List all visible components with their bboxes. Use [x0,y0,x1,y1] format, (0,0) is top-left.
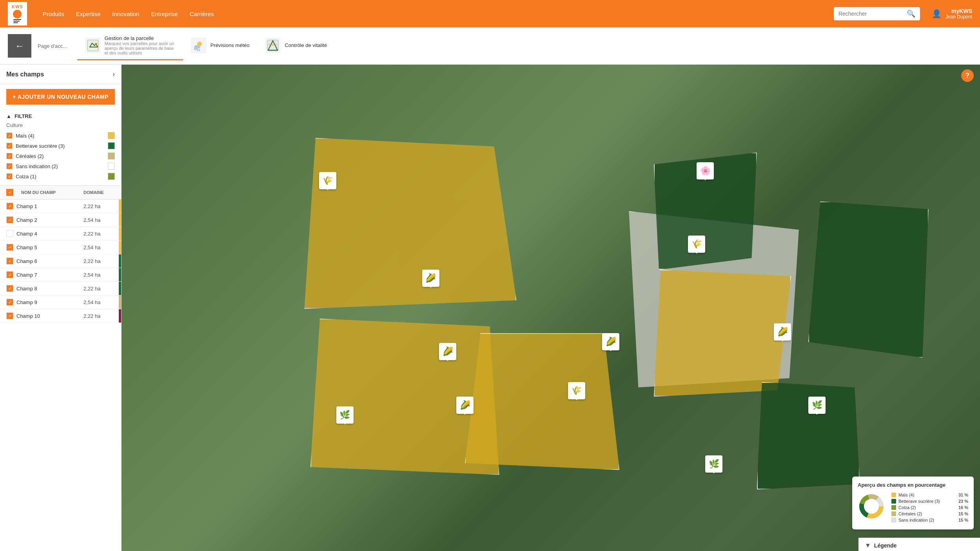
marker-10[interactable]: 🌽 [774,323,791,341]
marker-2[interactable]: 🌽 [422,270,439,287]
field-row-5[interactable]: ✓Champ 62,22 ha [0,254,121,268]
logo-line-1 [13,19,21,20]
marker-7[interactable]: 🌽 [602,333,619,350]
chevron-right-icon[interactable]: › [113,70,115,78]
field-domain-5: 2,22 ha [83,258,115,264]
tool-gestion-icon [85,38,101,53]
logo-text: KWS [12,4,23,9]
field-row-3[interactable]: Champ 42,22 ha [0,227,121,241]
legend-colza: Colza (2) 16 % [891,505,968,510]
field-check-5[interactable]: ✓ [6,257,13,265]
legend-cereales: Céréales (2) 15 % [891,511,968,516]
field-bar-9 [119,309,121,323]
filter-colza-checkbox[interactable]: ✓ [6,173,13,179]
filter-betterave-color [108,142,115,149]
nav-entreprise[interactable]: Entreprise [151,11,178,17]
field-name-1: Champ 1 [16,203,80,209]
marker-9[interactable]: 🌸 [697,162,714,179]
field-row-2[interactable]: ✓Champ 22,54 ha [0,213,121,227]
filter-sans[interactable]: ✓ Sans indication (2) [6,161,115,171]
field-check-6[interactable]: ✓ [6,271,13,278]
tool-gestion-label: Gestion de la parcelle [105,35,175,41]
map-area[interactable]: ? 🌾 🌽 🌽 🌽 🌿 🌾 🌽 🌾 🌸 🌽 🌿 🌿 Aperçu des cha… [122,65,980,551]
legend-mais: Maïs (4) 31 % [891,493,968,497]
filter-cereales-checkbox[interactable]: ✓ [6,153,13,159]
satellite-map: ? 🌾 🌽 🌽 🌽 🌿 🌾 🌽 🌾 🌸 🌽 🌿 🌿 Aperçu des cha… [122,65,980,551]
filter-cereales-color [108,152,115,160]
legend-sans: Sans indication (2) 15 % [891,518,968,522]
filter-mais-color [108,132,115,139]
marker-12[interactable]: 🌿 [705,455,722,473]
filter-sans-color [108,163,115,170]
legend-mais-color [891,493,896,497]
tool-vitalite[interactable]: Contrôle de vitalité [257,34,335,58]
header: KWS Produits Expertise Innovation Entrep… [0,0,980,27]
field-row-7[interactable]: ✓Champ 82,22 ha [0,282,121,295]
nav-menu: Produits Expertise Innovation Entreprise… [43,11,834,17]
svg-rect-9 [269,44,277,45]
legend-betterave-pct: 23 % [958,499,968,504]
field-check-1[interactable]: ✓ [6,203,13,210]
filter-mais[interactable]: ✓ Maïs (4) [6,130,115,141]
filter-cereales[interactable]: ✓ Céréales (2) [6,151,115,161]
field-check-4[interactable]: ✓ [6,244,13,251]
field-check-8[interactable]: ✓ [6,299,13,306]
search-bar[interactable]: 🔍 [834,7,920,20]
field-check-7[interactable]: ✓ [6,285,13,292]
marker-11[interactable]: 🌿 [808,397,826,414]
help-button[interactable]: ? [961,69,974,82]
field-row-6[interactable]: ✓Champ 72,54 ha [0,268,121,282]
user-info: myKWS Jean Dupont [946,8,972,20]
field-bar-2 [119,213,121,227]
legend-cereales-pct: 15 % [958,511,968,516]
main-container: Mes champs › + AJOUTER UN NOUVEAU CHAMP … [0,65,980,551]
nav-innovation[interactable]: Innovation [112,11,139,17]
marker-5[interactable]: 🌿 [336,406,354,424]
legend-cereales-color [891,511,896,516]
filter-sans-checkbox[interactable]: ✓ [6,163,13,169]
field-bar-4 [119,241,121,254]
filter-betterave-checkbox[interactable]: ✓ [6,143,13,149]
field-check-9[interactable]: ✓ [6,312,13,319]
field-polygon-yellow4 [654,270,791,397]
filter-mais-checkbox[interactable]: ✓ [6,132,13,139]
nav-carrieres[interactable]: Carrières [190,11,214,17]
field-domain-4: 2,54 ha [83,245,115,250]
field-row-9[interactable]: ✓Champ 102,22 ha [0,309,121,323]
field-check-2[interactable]: ✓ [6,216,13,223]
marker-4[interactable]: 🌽 [456,397,474,414]
field-row-4[interactable]: ✓Champ 52,54 ha [0,241,121,254]
back-button[interactable]: ← [8,34,31,58]
field-bar-7 [119,282,121,295]
select-all-checkbox[interactable]: ✓ [6,189,13,196]
field-domain-8: 2,54 ha [83,299,115,305]
tool-gestion[interactable]: Gestion de la parcelle Marquez vos parce… [77,31,183,60]
marker-8[interactable]: 🌾 [568,382,585,399]
field-check-3[interactable] [6,230,13,237]
filter-betterave[interactable]: ✓ Betterave sucrière (3) [6,141,115,151]
nav-produits[interactable]: Produits [43,11,64,17]
field-bar-5 [119,254,121,268]
legend-mais-pct: 31 % [958,493,968,497]
filter-mais-label: Maïs (4) [16,133,34,139]
field-polygon-darkgreen2 [808,201,929,358]
marker-6[interactable]: 🌾 [688,236,705,253]
nav-expertise[interactable]: Expertise [76,11,101,17]
page-acc-label: Page d'acc... [31,43,73,49]
marker-1[interactable]: 🌾 [319,172,336,189]
tool-vitalite-icon [265,38,281,53]
tool-meteo[interactable]: Prévisions météo [183,34,258,58]
filter-colza[interactable]: ✓ Colza (1) [6,171,115,181]
svg-point-2 [95,43,97,45]
field-list-header: ✓ NOM DU CHAMP DOMAINE [0,185,121,199]
search-input[interactable] [838,11,904,17]
field-row-8[interactable]: ✓Champ 92,54 ha [0,295,121,309]
field-row-1[interactable]: ✓Champ 12,22 ha [0,199,121,213]
legend-bar[interactable]: ▼ Légende [858,538,980,551]
tool-meteo-label: Prévisions météo [211,42,250,48]
filter-chevron-icon: ▲ [6,113,11,119]
add-field-button[interactable]: + AJOUTER UN NOUVEAU CHAMP [6,89,115,105]
filter-label: FILTRE [15,113,32,119]
legend-mais-label: Maïs (4) [898,493,956,497]
marker-3[interactable]: 🌽 [439,343,456,360]
